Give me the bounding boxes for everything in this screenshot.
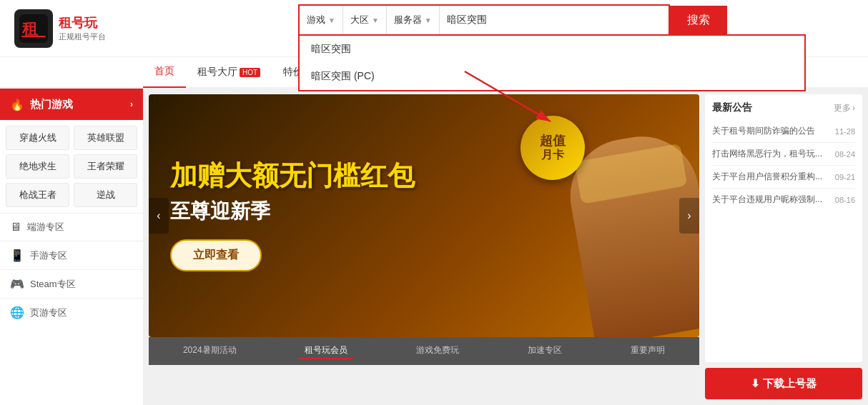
monitor-icon: 🖥 bbox=[10, 221, 21, 234]
sidebar-section-mobile[interactable]: 📱 手游专区 bbox=[0, 241, 143, 269]
banner-subtitle: 至尊迎新季 bbox=[170, 198, 415, 225]
game-grid: 穿越火线 英雄联盟 绝地求生 王者荣耀 枪战王者 逆战 bbox=[0, 120, 143, 213]
announcements-panel: 最新公告 更多 › 关于租号期间防诈骗的公告 11-28 打击网络黑恶行为，租号… bbox=[705, 94, 862, 362]
sidebar-section-steam[interactable]: 🎮 Steam专区 bbox=[0, 269, 143, 298]
banner-cta-btn[interactable]: 立即查看 bbox=[170, 239, 262, 271]
banner-title-main: 加赠大额无门槛红包 bbox=[170, 160, 415, 193]
banner-dots-bar: 2024暑期活动 租号玩会员 游戏免费玩 加速专区 重要声明 bbox=[149, 337, 699, 365]
announce-header: 最新公告 更多 › bbox=[712, 101, 855, 114]
banner-wrapper: ‹ 加赠大额无门槛红包 至尊迎新季 立即查看 超值 月卡 bbox=[149, 94, 699, 399]
game-tag-pubg[interactable]: 绝地求生 bbox=[6, 154, 69, 179]
region-dropdown[interactable]: 大区 ▼ bbox=[343, 6, 387, 34]
announce-text-3: 关于平台用户信誉积分重构... bbox=[712, 171, 823, 183]
badge-text-2: 月卡 bbox=[541, 149, 564, 161]
game-tag-lol[interactable]: 英雄联盟 bbox=[74, 126, 137, 150]
announce-date-4: 08-16 bbox=[835, 196, 855, 204]
badge-text-1: 超值 bbox=[540, 134, 566, 149]
search-dropdowns: 游戏 ▼ 大区 ▼ 服务器 ▼ bbox=[300, 6, 440, 34]
banner-prev-btn[interactable]: ‹ bbox=[149, 198, 169, 234]
popup-item-2[interactable]: 暗区突围 (PC) bbox=[300, 63, 804, 90]
svg-text:租: 租 bbox=[21, 20, 39, 38]
main-layout: 🔥 热门游戏 › 穿越火线 英雄联盟 绝地求生 王者荣耀 枪战王者 逆战 🖥 端… bbox=[0, 89, 868, 405]
game-tag-hok[interactable]: 王者荣耀 bbox=[74, 154, 137, 179]
browser-icon: 🌐 bbox=[10, 306, 24, 319]
dot-4[interactable]: 加速专区 bbox=[522, 343, 568, 359]
banner-next-btn[interactable]: › bbox=[679, 198, 699, 234]
sidebar: 🔥 热门游戏 › 穿越火线 英雄联盟 绝地求生 王者荣耀 枪战王者 逆战 🖥 端… bbox=[0, 89, 143, 405]
announce-date-1: 11-28 bbox=[835, 127, 855, 136]
download-launcher-btn[interactable]: ⬇ 下载上号器 bbox=[705, 368, 862, 399]
announce-item-1[interactable]: 关于租号期间防诈骗的公告 11-28 bbox=[712, 120, 855, 143]
nav-item-home[interactable]: 首页 bbox=[143, 56, 186, 88]
game-tag-qzwz[interactable]: 枪战王者 bbox=[6, 183, 69, 207]
chevron-right-icon: › bbox=[130, 99, 133, 109]
logo-subtitle: 正规租号平台 bbox=[59, 31, 106, 42]
dropdown-arrow: ▼ bbox=[328, 16, 335, 24]
nav-badge-hot-1: HOT bbox=[240, 68, 260, 77]
game-dropdown[interactable]: 游戏 ▼ bbox=[300, 6, 343, 34]
search-bar: 游戏 ▼ 大区 ▼ 服务器 ▼ bbox=[298, 4, 670, 36]
announce-item-3[interactable]: 关于平台用户信誉积分重构... 09-21 bbox=[712, 166, 855, 189]
logo-text-area: 租号玩 正规租号平台 bbox=[59, 14, 106, 42]
dropdown-arrow: ▼ bbox=[425, 16, 432, 24]
dot-3[interactable]: 游戏免费玩 bbox=[410, 343, 465, 359]
fire-icon: 🔥 bbox=[10, 98, 24, 111]
announce-item-4[interactable]: 关于平台违规用户昵称强制... 08-16 bbox=[712, 189, 855, 211]
sidebar-title: 热门游戏 bbox=[30, 98, 73, 111]
announce-text-2: 打击网络黑恶行为，租号玩... bbox=[712, 148, 823, 160]
sidebar-section-browser[interactable]: 🌐 页游专区 bbox=[0, 298, 143, 326]
sidebar-header: 🔥 热门游戏 › bbox=[0, 89, 143, 120]
search-button[interactable]: 搜索 bbox=[670, 6, 727, 34]
server-dropdown[interactable]: 服务器 ▼ bbox=[387, 6, 440, 34]
game-tag-nz[interactable]: 逆战 bbox=[74, 183, 137, 207]
logo-icon: 租 bbox=[14, 9, 53, 48]
announce-item-2[interactable]: 打击网络黑恶行为，租号玩... 08-24 bbox=[712, 143, 855, 166]
banner-content: 加赠大额无门槛红包 至尊迎新季 立即查看 bbox=[149, 139, 436, 294]
dot-1[interactable]: 2024暑期活动 bbox=[177, 343, 242, 359]
logo-title: 租号玩 bbox=[59, 14, 106, 31]
search-area: 游戏 ▼ 大区 ▼ 服务器 ▼ 搜索 暗区突围 bbox=[172, 4, 854, 52]
content-area: ‹ 加赠大额无门槛红包 至尊迎新季 立即查看 超值 月卡 bbox=[143, 89, 868, 405]
svg-rect-2 bbox=[21, 36, 46, 37]
nav-item-rental-hall[interactable]: 租号大厅 HOT bbox=[186, 56, 272, 88]
header: 租 租号玩 正规租号平台 游戏 ▼ 大区 ▼ bbox=[0, 0, 868, 57]
steam-icon: 🎮 bbox=[10, 277, 24, 291]
dropdown-arrow: ▼ bbox=[372, 16, 379, 24]
announce-date-3: 09-21 bbox=[835, 173, 855, 181]
game-tag-cfhx[interactable]: 穿越火线 bbox=[6, 126, 69, 150]
sidebar-section-pc[interactable]: 🖥 端游专区 bbox=[0, 213, 143, 241]
logo-area: 租 租号玩 正规租号平台 bbox=[14, 9, 172, 48]
search-popup: 暗区突围 暗区突围 (PC) bbox=[298, 34, 806, 91]
dot-2[interactable]: 租号玩会员 bbox=[299, 343, 353, 359]
announce-date-2: 08-24 bbox=[835, 150, 855, 159]
phone-icon: 📱 bbox=[10, 249, 24, 262]
banner: ‹ 加赠大额无门槛红包 至尊迎新季 立即查看 超值 月卡 bbox=[149, 94, 699, 337]
announce-more-btn[interactable]: 更多 › bbox=[834, 102, 855, 114]
announce-text-4: 关于平台违规用户昵称强制... bbox=[712, 194, 823, 206]
dot-5[interactable]: 重要声明 bbox=[625, 343, 671, 359]
popup-item-1[interactable]: 暗区突围 bbox=[300, 36, 804, 63]
search-input[interactable] bbox=[440, 6, 669, 34]
search-bar-container: 游戏 ▼ 大区 ▼ 服务器 ▼ 搜索 暗区突围 bbox=[298, 4, 727, 36]
announce-title: 最新公告 bbox=[712, 101, 752, 114]
banner-badge: 超值 月卡 bbox=[521, 116, 585, 180]
right-panel: 最新公告 更多 › 关于租号期间防诈骗的公告 11-28 打击网络黑恶行为，租号… bbox=[705, 94, 862, 399]
announce-text-1: 关于租号期间防诈骗的公告 bbox=[712, 125, 823, 137]
